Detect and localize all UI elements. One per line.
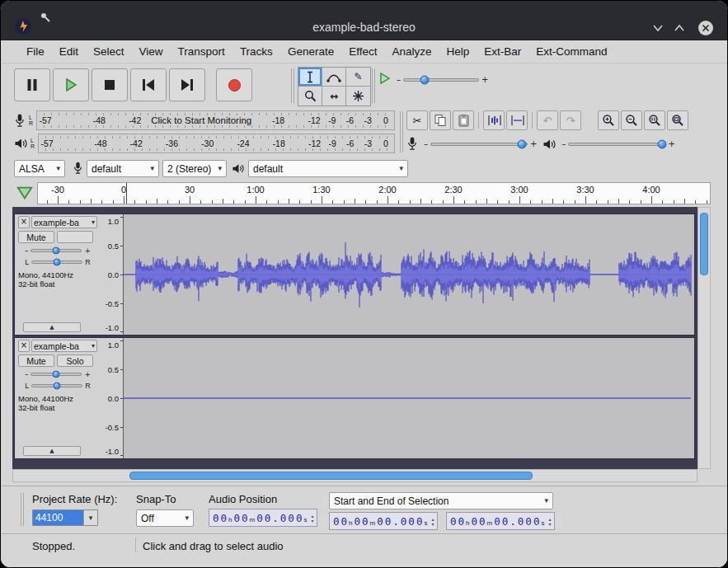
menu-item[interactable]: Ext-Bar [477, 40, 528, 63]
selection-start-display[interactable]: 00h00m00.000s ▴▾ [329, 512, 438, 530]
toolbar-grip[interactable] [21, 493, 24, 526]
recording-volume-slider[interactable]: – + [424, 140, 537, 148]
gain-slider[interactable]: – + [18, 246, 97, 255]
selection-tool-button[interactable] [298, 68, 322, 87]
track-close-button[interactable]: × [18, 216, 30, 228]
cut-button[interactable]: ✂ [406, 110, 428, 130]
playback-volume-thumb[interactable] [657, 139, 666, 148]
pan-slider[interactable]: L R [18, 258, 97, 266]
pin-playhead-button[interactable] [14, 182, 35, 204]
toolbar-grip[interactable] [400, 111, 403, 153]
horizontal-scrollbar[interactable] [12, 469, 697, 482]
menu-item[interactable]: Tracks [232, 40, 280, 63]
paste-button[interactable] [453, 110, 474, 130]
play-at-speed-button[interactable] [378, 72, 392, 88]
toolbar-grip[interactable] [291, 68, 294, 103]
menu-item[interactable]: Select [86, 40, 132, 63]
spinner-icon[interactable]: ▴▾ [311, 514, 313, 523]
menu-item[interactable]: Transport [171, 40, 232, 63]
vertical-scrollbar-thumb[interactable] [700, 213, 708, 275]
project-rate-value[interactable]: 44100 [33, 510, 83, 525]
copy-button[interactable] [430, 110, 451, 130]
redo-button[interactable]: ↷ [560, 110, 581, 130]
multi-tool-button[interactable] [346, 87, 370, 106]
close-icon[interactable] [697, 20, 714, 36]
track-control-panel: × example-ba ▾ Mute – + L [15, 214, 101, 335]
track-collapse-button[interactable]: ▲ [23, 322, 81, 332]
track-collapse-button[interactable]: ▲ [23, 446, 81, 456]
playback-meter[interactable]: -57-48-42-36-30-24-18-12-9-6-30 [38, 134, 395, 153]
stop-button[interactable] [92, 68, 128, 101]
trim-audio-button[interactable] [483, 110, 505, 130]
mixer-toolbar: – + – + [406, 136, 675, 152]
gain-slider-thumb[interactable] [53, 247, 60, 255]
menu-item[interactable]: Ext-Command [528, 40, 614, 63]
play-button[interactable] [53, 68, 89, 101]
recording-meter[interactable]: -57-48-42-36-30-24-18-12-9-6-30 Click to… [36, 110, 395, 130]
playback-device-select[interactable]: default▾ [248, 160, 408, 177]
solo-button[interactable] [57, 231, 93, 243]
snap-to-select[interactable]: Off▾ [136, 509, 194, 527]
zoom-in-button[interactable] [598, 110, 619, 130]
silence-audio-button[interactable] [506, 110, 528, 130]
envelope-tool-button[interactable] [322, 68, 346, 87]
menu-item[interactable]: File [19, 40, 52, 63]
pan-slider-thumb[interactable] [54, 383, 61, 390]
snap-to-label: Snap-To [136, 493, 176, 505]
menu-item[interactable]: View [132, 40, 171, 63]
zoom-out-button[interactable] [621, 110, 642, 130]
recording-volume-thumb[interactable] [518, 139, 527, 148]
speaker-icon [230, 160, 245, 176]
playback-speed-slider[interactable]: – + [397, 76, 488, 84]
waveform-area[interactable] [124, 338, 694, 458]
speed-slider-thumb[interactable] [420, 76, 430, 85]
menu-item[interactable]: Generate [280, 40, 341, 63]
audio-host-select[interactable]: ALSA▾ [14, 160, 65, 177]
selection-end-display[interactable]: 00h00m00.000s ▴▾ [446, 512, 555, 530]
track-name-menu[interactable]: example-ba ▾ [31, 340, 97, 352]
monitoring-hint[interactable]: Click to Start Monitoring [146, 115, 256, 125]
menu-item[interactable]: Analyze [384, 40, 439, 63]
draw-tool-button[interactable]: ✎ [346, 68, 370, 87]
record-button[interactable] [216, 68, 252, 101]
project-rate-combo[interactable]: 44100 ▾ [32, 509, 98, 526]
shade-icon[interactable] [651, 22, 665, 34]
time-shift-tool-button[interactable]: ↔ [322, 87, 346, 106]
gain-slider[interactable]: – + [18, 370, 97, 378]
pan-slider[interactable]: L R [18, 382, 97, 390]
waveform-area[interactable] [124, 214, 694, 335]
recording-device-select[interactable]: default▾ [87, 160, 159, 177]
mute-button[interactable]: Mute [18, 354, 54, 367]
fit-project-button[interactable] [667, 110, 688, 130]
menu-item[interactable]: Effect [341, 40, 384, 63]
skip-to-start-button[interactable] [130, 68, 167, 101]
menu-item[interactable]: Help [439, 40, 477, 63]
zoom-tool-button[interactable] [298, 87, 322, 106]
pan-slider-thumb[interactable] [54, 259, 61, 266]
spinner-icon[interactable]: ▴▾ [431, 517, 434, 526]
vertical-scrollbar[interactable] [697, 207, 711, 469]
playback-volume-slider[interactable]: – + [561, 140, 674, 148]
vertical-scale-ruler[interactable]: 1.00.50.0-0.5-1.0 [101, 214, 124, 335]
toolbar-grip[interactable] [372, 68, 375, 103]
audio-position-display[interactable]: 00h00m00.000s ▴▾ [209, 509, 317, 527]
vertical-scale-ruler[interactable]: 1.00.50.0-0.5-1.0 [101, 338, 124, 458]
gain-slider-thumb[interactable] [53, 371, 60, 378]
selection-mode-select[interactable]: Start and End of Selection▾ [329, 492, 553, 509]
mute-button[interactable]: Mute [18, 231, 54, 243]
track-close-button[interactable]: × [18, 340, 30, 352]
track-area[interactable]: × example-ba ▾ Mute – + L [12, 207, 697, 469]
timeline-ruler[interactable]: -300301:001:302:002:303:003:304:00 [37, 182, 711, 204]
track-name-menu[interactable]: example-ba ▾ [31, 216, 97, 228]
spinner-icon[interactable]: ▴▾ [548, 517, 551, 526]
horizontal-scrollbar-thumb[interactable] [129, 472, 533, 480]
solo-button[interactable]: Solo [57, 354, 93, 367]
maximize-icon[interactable] [673, 22, 686, 34]
menu-item[interactable]: Edit [52, 40, 86, 63]
fit-selection-button[interactable] [644, 110, 665, 130]
undo-button[interactable]: ↶ [537, 110, 558, 130]
chevron-down-icon[interactable]: ▾ [83, 510, 97, 525]
recording-channels-select[interactable]: 2 (Stereo)▾ [162, 160, 227, 177]
skip-to-end-button[interactable] [169, 68, 205, 101]
pause-button[interactable] [14, 68, 50, 101]
